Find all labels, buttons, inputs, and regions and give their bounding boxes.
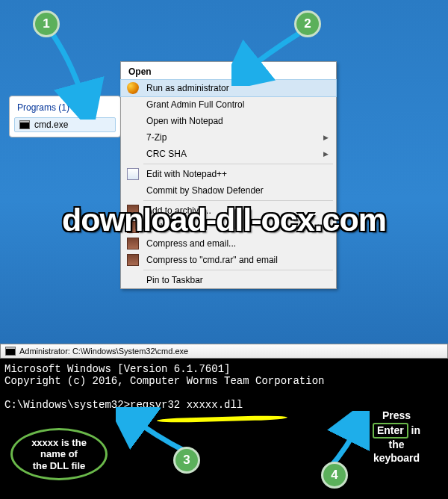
cmd-output-line [4,387,444,399]
menu-item-label: Commit by Shadow Defender [146,185,264,196]
menu-item-label: Run as administrator [146,83,229,93]
enter-key-highlight: Enter [373,423,408,439]
chevron-right-icon: ▶ [323,150,329,158]
step-badge-2: 2 [294,10,321,37]
hint-text: xxxxx is the [31,437,87,449]
archive-icon [127,238,139,250]
hint-text: the [355,438,438,452]
menu-item-label: Edit with Notepad++ [146,169,227,179]
menu-separator [143,270,333,270]
menu-edit-notepadpp[interactable]: Edit with Notepad++ [121,166,336,182]
context-menu: Open Run as administrator Grant Admin Fu… [120,61,337,289]
arrow-step-2 [231,30,306,86]
arrow-step-1 [45,30,105,120]
hint-text: keyboard [355,452,438,465]
menu-separator [143,200,333,201]
hint-press-enter: Press Enter in the keyboard [355,409,438,465]
menu-item-label: CRC SHA [146,149,187,159]
menu-compress-rar-email[interactable]: Compress to "cmd.rar" and email [121,252,336,268]
watermark-text: download-dll-ocx.com [0,202,448,238]
hint-text: the DLL file [33,460,86,472]
menu-crc-sha[interactable]: CRC SHA▶ [121,146,336,162]
menu-commit-shadow[interactable]: Commit by Shadow Defender [121,182,336,199]
menu-item-label: Compress and email... [146,238,236,249]
program-item-label: cmd.exe [34,120,68,130]
program-item-cmd[interactable]: cmd.exe [14,117,116,132]
menu-grant-admin-full[interactable]: Grant Admin Full Control [121,96,336,113]
menu-item-label: Pin to Taskbar [146,275,203,285]
cmd-output-line: Microsoft Windows [Version 6.1.7601] [4,363,444,375]
cmd-output-line: Copyright (c) 2016, Computer Worms Team … [4,375,444,387]
archive-icon [127,254,139,266]
hint-text: name of [40,448,78,460]
shield-icon [127,82,139,94]
menu-item-label: 7-Zip [146,132,167,143]
cmd-title-text: Administrator: C:\Windows\System32\cmd.e… [19,347,188,356]
menu-7zip[interactable]: 7-Zip▶ [121,129,336,146]
step-badge-1: 1 [33,10,60,37]
hint-text: Press [355,409,438,423]
cmd-titlebar: Administrator: C:\Windows\System32\cmd.e… [0,344,448,359]
cmd-icon [19,120,30,129]
menu-separator [143,164,333,164]
menu-pin-taskbar[interactable]: Pin to Taskbar [121,272,336,288]
notepad-icon [127,168,139,180]
chevron-right-icon: ▶ [323,134,329,141]
menu-open-with-notepad[interactable]: Open with Notepad [121,113,336,129]
menu-item-label: Grant Admin Full Control [146,99,244,110]
hint-dll-name: xxxxx is the name of the DLL file [10,428,108,480]
menu-item-label: Open with Notepad [146,116,223,126]
step-badge-4: 4 [321,462,348,489]
step-badge-3: 3 [173,447,200,474]
menu-item-label: Compress to "cmd.rar" and email [146,255,278,265]
hint-text: in [411,424,420,436]
cmd-icon [5,347,16,356]
